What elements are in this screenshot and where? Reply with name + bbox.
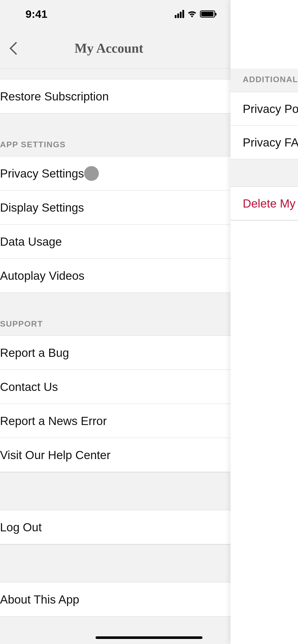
row-report-bug[interactable]: Report a Bug	[0, 335, 231, 370]
row-contact-us[interactable]: Contact Us	[0, 370, 231, 404]
battery-icon	[200, 10, 215, 18]
row-privacy-settings[interactable]: Privacy Settings	[0, 156, 231, 191]
nav-bar: My Account	[0, 28, 231, 69]
section-header-support: SUPPORT	[0, 293, 231, 336]
row-label: Autoplay Videos	[0, 269, 85, 283]
row-autoplay-videos[interactable]: Autoplay Videos	[0, 258, 231, 293]
row-label: Privacy Policy	[243, 102, 298, 116]
row-display-settings[interactable]: Display Settings	[0, 190, 231, 225]
section-header-app-settings: APP SETTINGS	[0, 113, 231, 156]
row-label: Report a Bug	[0, 346, 69, 360]
row-report-news-error[interactable]: Report a News Error	[0, 404, 231, 438]
section-header-additional: ADDITIONAL	[231, 69, 298, 92]
row-help-center[interactable]: Visit Our Help Center	[0, 438, 231, 472]
cellular-signal-icon	[175, 10, 184, 18]
row-privacy-policy[interactable]: Privacy Policy	[231, 92, 298, 126]
row-about-this-app[interactable]: About This App	[0, 582, 231, 617]
row-label: Restore Subscription	[0, 90, 109, 103]
row-privacy-faq[interactable]: Privacy FAQ	[231, 126, 298, 159]
status-bar: 9:41	[0, 0, 231, 28]
row-label: Privacy FAQ	[243, 136, 298, 149]
touch-indicator-icon	[84, 166, 99, 181]
my-account-screen: 9:41 My Account Restore Subscription APP…	[0, 0, 231, 644]
row-label: Report a News Error	[0, 414, 107, 428]
row-label: Visit Our Help Center	[0, 448, 111, 462]
row-delete-my-data[interactable]: Delete My Data	[231, 187, 298, 220]
row-label: Delete My Data	[243, 197, 298, 210]
row-label: Data Usage	[0, 235, 62, 248]
home-indicator[interactable]	[96, 636, 202, 639]
wifi-icon	[187, 10, 197, 18]
status-time: 9:41	[25, 8, 47, 20]
row-label: Privacy Settings	[0, 167, 84, 180]
row-restore-subscription[interactable]: Restore Subscription	[0, 79, 231, 113]
row-label: Contact Us	[0, 380, 58, 394]
row-data-usage[interactable]: Data Usage	[0, 224, 231, 259]
status-indicators	[175, 10, 215, 18]
back-button[interactable]	[10, 42, 23, 55]
row-log-out[interactable]: Log Out	[0, 510, 231, 544]
right-nav-bar	[231, 0, 298, 69]
row-label: Display Settings	[0, 201, 84, 214]
row-label: Log Out	[0, 520, 42, 534]
privacy-settings-screen: ADDITIONAL Privacy Policy Privacy FAQ De…	[231, 0, 298, 644]
page-title: My Account	[74, 41, 143, 56]
row-label: About This App	[0, 593, 79, 606]
